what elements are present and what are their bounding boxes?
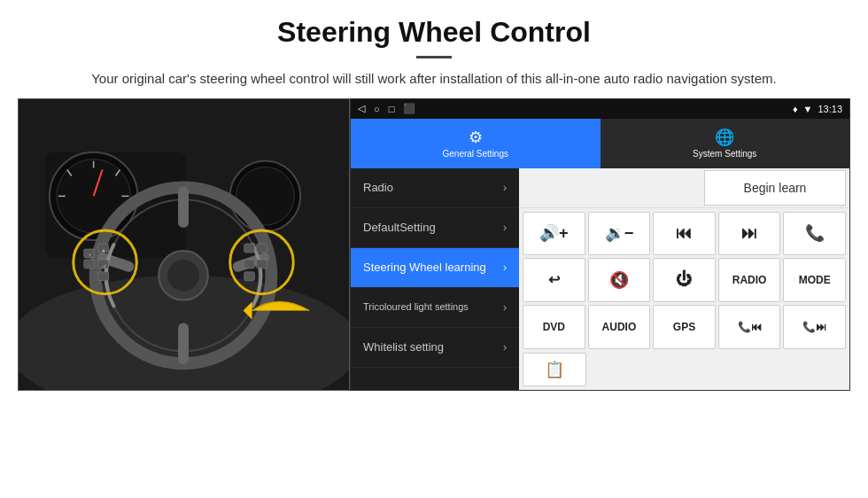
control-panel: Begin learn 🔊+ 🔉− ⏮	[519, 168, 849, 390]
list-button[interactable]: 📋	[523, 353, 586, 386]
status-bar-right: ♦ ▼ 13:13	[793, 104, 842, 114]
next-track-button[interactable]: ⏭	[718, 212, 781, 256]
chevron-right-icon: ›	[503, 261, 507, 274]
menu-item-whitelist[interactable]: Whitelist setting ›	[351, 328, 519, 368]
svg-rect-32	[244, 244, 255, 253]
svg-text:▲: ▲	[102, 247, 106, 252]
menu-whitelist-label: Whitelist setting	[363, 340, 444, 354]
radio-label: RADIO	[732, 274, 767, 286]
audio-label: AUDIO	[602, 321, 637, 333]
page-header: Steering Wheel Control Your original car…	[0, 0, 868, 98]
gps-status-icon: ♦	[793, 104, 798, 114]
recents-icon[interactable]: □	[389, 104, 395, 114]
car-image: + - ▲ ↺	[18, 98, 350, 391]
page-title: Steering Wheel Control	[53, 16, 815, 49]
system-settings-icon: 🌐	[715, 128, 734, 147]
svg-rect-36	[244, 271, 255, 280]
svg-rect-34	[244, 259, 255, 268]
home-icon[interactable]: ○	[374, 104, 380, 114]
radio-button[interactable]: RADIO	[718, 258, 781, 302]
phone-answer-button[interactable]: 📞	[783, 212, 846, 256]
phone-prev-button[interactable]: 📞⏮	[718, 305, 781, 349]
svg-text:↺: ↺	[102, 263, 106, 268]
prev-track-button[interactable]: ⏮	[653, 212, 716, 256]
audio-button[interactable]: AUDIO	[588, 305, 651, 349]
phone-next-button[interactable]: 📞⏭	[783, 305, 846, 349]
chevron-right-icon: ›	[503, 301, 507, 314]
svg-rect-27	[98, 271, 109, 280]
menu-steering-label: Steering Wheel learning	[363, 261, 486, 274]
control-buttons-row1: 🔊+ 🔉− ⏮ ⏭ 📞	[519, 208, 849, 353]
volume-up-icon: 🔊+	[539, 223, 569, 243]
menu-item-radio[interactable]: Radio ›	[351, 168, 519, 208]
signal-icon: ▼	[803, 104, 813, 114]
begin-learn-button[interactable]: Begin learn	[704, 170, 846, 206]
gps-label: GPS	[673, 321, 695, 333]
chevron-right-icon: ›	[503, 182, 507, 194]
gps-button[interactable]: GPS	[653, 305, 716, 349]
volume-down-icon: 🔉−	[605, 223, 634, 243]
svg-rect-35	[257, 259, 267, 268]
control-buttons-row4: 📋	[519, 353, 849, 390]
android-device: ◁ ○ □ ⬛ ♦ ▼ 13:13 ⚙ General Settings	[350, 98, 850, 391]
menu-item-default[interactable]: DefaultSetting ›	[351, 208, 519, 248]
hangup-button[interactable]: ↩	[523, 258, 585, 302]
tab-bar: ⚙ General Settings 🌐 System Settings	[351, 119, 849, 168]
chevron-right-icon: ›	[503, 222, 507, 234]
status-bar: ◁ ○ □ ⬛ ♦ ▼ 13:13	[351, 99, 849, 119]
mode-button[interactable]: MODE	[783, 258, 846, 302]
tab-general[interactable]: ⚙ General Settings	[351, 119, 601, 168]
menu-radio-label: Radio	[363, 181, 393, 194]
svg-text:+: +	[89, 251, 92, 256]
chevron-right-icon: ›	[503, 341, 507, 354]
back-icon[interactable]: ◁	[358, 103, 365, 114]
clock: 13:13	[818, 104, 842, 114]
general-settings-icon: ⚙	[469, 128, 483, 147]
volume-down-button[interactable]: 🔉−	[588, 212, 651, 256]
phone-prev-icon: 📞⏮	[738, 321, 762, 333]
svg-point-20	[167, 259, 199, 291]
title-divider	[416, 56, 452, 58]
page-wrapper: Steering Wheel Control Your original car…	[0, 0, 868, 400]
power-button[interactable]: ⏻	[653, 258, 716, 302]
tab-system-label: System Settings	[693, 149, 756, 159]
phone-next-icon: 📞⏭	[802, 321, 826, 333]
menu-item-steering[interactable]: Steering Wheel learning ›	[351, 248, 519, 288]
mute-icon: 🔇	[609, 270, 629, 290]
settings-menu: Radio › DefaultSetting › Steering Wheel …	[351, 168, 519, 390]
hangup-icon: ↩	[548, 271, 560, 288]
prev-track-icon: ⏮	[676, 224, 692, 243]
begin-learn-row: Begin learn	[519, 168, 849, 208]
menu-default-label: DefaultSetting	[363, 221, 436, 234]
dvd-label: DVD	[543, 321, 565, 333]
menu-tricoloured-label: Tricoloured light settings	[363, 300, 469, 313]
list-icon: 📋	[545, 360, 564, 379]
menu-item-tricoloured[interactable]: Tricoloured light settings ›	[351, 288, 519, 328]
mode-label: MODE	[799, 274, 831, 286]
status-bar-left: ◁ ○ □ ⬛	[358, 103, 415, 114]
menu-icon[interactable]: ⬛	[403, 103, 415, 114]
page-subtitle: Your original car's steering wheel contr…	[53, 69, 815, 89]
dvd-button[interactable]: DVD	[523, 305, 585, 349]
phone-answer-icon: 📞	[805, 223, 825, 243]
volume-up-button[interactable]: 🔊+	[523, 212, 585, 256]
main-content: + - ▲ ↺ ◁ ○ □	[0, 98, 868, 400]
tab-system[interactable]: 🌐 System Settings	[601, 119, 850, 168]
svg-text:-: -	[89, 261, 90, 267]
svg-rect-33	[257, 244, 267, 253]
tab-general-label: General Settings	[443, 149, 509, 159]
settings-content: Radio › DefaultSetting › Steering Wheel …	[351, 168, 849, 390]
power-icon: ⏻	[676, 270, 692, 289]
next-track-icon: ⏭	[741, 224, 757, 243]
mute-button[interactable]: 🔇	[588, 258, 651, 302]
